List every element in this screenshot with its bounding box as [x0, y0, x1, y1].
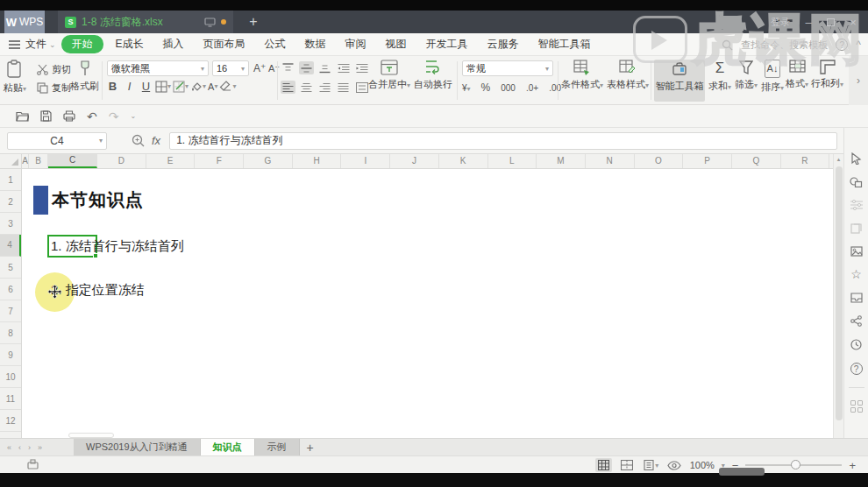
- column-header[interactable]: E: [146, 154, 196, 168]
- first-sheet-icon[interactable]: «: [7, 443, 11, 452]
- decrease-decimal-button[interactable]: .00: [549, 83, 561, 93]
- column-header[interactable]: G: [244, 154, 293, 168]
- table-style-button[interactable]: 表格样式▾: [607, 60, 649, 91]
- search-icon[interactable]: [722, 39, 733, 51]
- fill-color-button[interactable]: ▾: [190, 81, 206, 91]
- column-header[interactable]: N: [586, 154, 635, 168]
- column-header[interactable]: P: [683, 154, 732, 168]
- name-box[interactable]: C4 ▾: [7, 132, 107, 150]
- formula-input[interactable]: 1. 冻结首行与冻结首列: [169, 132, 837, 150]
- row-header[interactable]: 11: [0, 388, 21, 410]
- row-header[interactable]: 13: [0, 432, 21, 438]
- format-button[interactable]: 格式▾: [786, 60, 808, 90]
- row-header[interactable]: 8: [0, 322, 21, 344]
- borders-button[interactable]: ▾: [155, 81, 171, 93]
- row-header[interactable]: 5: [0, 257, 21, 279]
- favorites-icon[interactable]: ☆: [850, 269, 862, 280]
- sort-button[interactable]: A↓ 排序▾: [761, 60, 784, 94]
- menu-tab[interactable]: 智能工具箱: [529, 34, 601, 54]
- column-header[interactable]: A: [22, 154, 29, 168]
- paste-button[interactable]: 粘贴▾: [4, 60, 26, 95]
- row-header[interactable]: 12: [0, 410, 21, 432]
- decrease-indent-button[interactable]: [336, 61, 351, 74]
- prev-sheet-icon[interactable]: ‹: [18, 443, 21, 452]
- qat-customize-caret-icon[interactable]: ⌄: [130, 112, 136, 120]
- align-left-button[interactable]: [281, 81, 295, 94]
- maximize-button[interactable]: [827, 18, 835, 26]
- distributed-button[interactable]: [354, 81, 369, 94]
- column-header[interactable]: O: [635, 154, 684, 168]
- underline-button[interactable]: U: [139, 80, 153, 93]
- zoom-in-button[interactable]: +: [849, 459, 856, 472]
- sheet-grid[interactable]: 本节知识点 1. 冻结首行与冻结首列 2. 指定位置冻结: [22, 169, 833, 438]
- clear-format-button[interactable]: ▾: [219, 81, 236, 92]
- print-icon[interactable]: [63, 110, 75, 122]
- menu-tab[interactable]: 视图: [376, 34, 416, 54]
- sheet-tab[interactable]: WPS2019从入门到精通: [74, 439, 201, 456]
- sum-button[interactable]: Σ 求和▾: [708, 60, 731, 93]
- menu-tab[interactable]: E成长: [106, 34, 153, 54]
- row-header[interactable]: 3: [0, 213, 21, 235]
- column-header[interactable]: L: [488, 154, 537, 168]
- row-header[interactable]: 1: [0, 169, 21, 191]
- justify-button[interactable]: [336, 81, 351, 94]
- font-size-combo[interactable]: 16 ▾: [212, 60, 249, 76]
- column-header[interactable]: I: [341, 154, 390, 168]
- column-header[interactable]: M: [537, 154, 586, 168]
- row-header[interactable]: 10: [0, 366, 21, 388]
- rows-cols-button[interactable]: 行和列▾: [811, 60, 843, 90]
- row-header[interactable]: 6: [0, 279, 21, 300]
- bold-button[interactable]: B: [105, 80, 120, 93]
- properties-icon[interactable]: [850, 200, 863, 210]
- page-layout-view-button[interactable]: ▾: [643, 458, 659, 472]
- format-painter-button[interactable]: 格式刷: [70, 60, 99, 93]
- font-name-combo[interactable]: 微软雅黑 ▾: [107, 60, 209, 76]
- column-header[interactable]: R: [781, 154, 830, 168]
- shapes-icon[interactable]: [850, 177, 863, 187]
- column-header[interactable]: J: [390, 154, 439, 168]
- font-color-button[interactable]: A▾: [208, 82, 217, 91]
- minimize-button[interactable]: –: [802, 16, 815, 29]
- sheet-tab[interactable]: 知识点: [201, 439, 255, 456]
- grow-font-button[interactable]: A⁺: [253, 62, 266, 74]
- image-panel-icon[interactable]: [850, 246, 863, 257]
- scroll-up-icon[interactable]: ▴: [834, 154, 843, 165]
- row-header[interactable]: 7: [0, 300, 21, 322]
- new-tab-button[interactable]: +: [244, 12, 263, 32]
- merge-center-button[interactable]: 合并居中▾: [368, 60, 410, 91]
- vertical-scrollbar[interactable]: ▴: [833, 154, 843, 438]
- save-icon[interactable]: [40, 110, 52, 122]
- close-button[interactable]: ×: [847, 16, 859, 29]
- add-sheet-button[interactable]: +: [307, 441, 314, 455]
- draw-border-button[interactable]: ▾: [173, 81, 189, 93]
- increase-indent-button[interactable]: [354, 61, 369, 74]
- login-button[interactable]: 登录: [771, 16, 790, 29]
- page-break-view-button[interactable]: [619, 458, 636, 472]
- row-header[interactable]: 9: [0, 344, 21, 366]
- number-format-combo[interactable]: 常规 ▾: [462, 60, 553, 76]
- thousands-button[interactable]: 000: [501, 83, 516, 93]
- menu-tab[interactable]: 页面布局: [194, 34, 255, 54]
- insert-function-button[interactable]: fx: [152, 134, 160, 147]
- apps-grid-icon[interactable]: [850, 400, 863, 413]
- align-center-button[interactable]: [299, 81, 314, 94]
- column-header[interactable]: H: [293, 154, 342, 168]
- next-sheet-icon[interactable]: ›: [28, 443, 31, 452]
- search-commands-field[interactable]: 查找命令、搜索模板: [741, 39, 828, 52]
- file-menu-caret-icon[interactable]: ⌄: [49, 40, 56, 49]
- history-icon[interactable]: [850, 339, 862, 350]
- normal-view-button[interactable]: [595, 458, 612, 472]
- sheet-tab[interactable]: 示例: [255, 439, 300, 456]
- column-header[interactable]: K: [439, 154, 488, 168]
- macro-record-icon[interactable]: [26, 459, 39, 470]
- select-all-corner[interactable]: [0, 154, 22, 168]
- share-screen-icon[interactable]: [204, 18, 216, 27]
- hamburger-icon[interactable]: [9, 40, 20, 49]
- vertical-scrollbar-thumb[interactable]: [836, 166, 843, 420]
- column-header[interactable]: D: [97, 154, 146, 168]
- pointer-tool-icon[interactable]: [850, 152, 862, 165]
- column-header[interactable]: Q: [732, 154, 781, 168]
- video-scrubber-handle[interactable]: [719, 468, 765, 476]
- menu-tab[interactable]: 数据: [295, 34, 336, 54]
- currency-button[interactable]: ¥▾: [462, 83, 471, 93]
